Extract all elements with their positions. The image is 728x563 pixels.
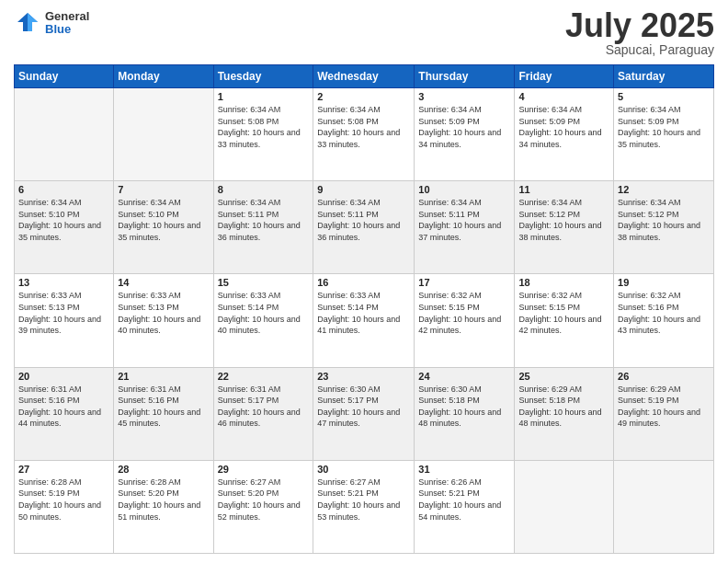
calendar-cell-2-6: 11Sunrise: 6:34 AMSunset: 5:12 PMDayligh… bbox=[515, 181, 614, 274]
calendar-cell-5-4: 30Sunrise: 6:27 AMSunset: 5:21 PMDayligh… bbox=[313, 460, 415, 553]
day-info: Sunrise: 6:26 AMSunset: 5:21 PMDaylight:… bbox=[418, 477, 510, 523]
day-info: Sunrise: 6:32 AMSunset: 5:15 PMDaylight:… bbox=[518, 290, 609, 336]
calendar-cell-5-6 bbox=[515, 460, 614, 553]
calendar-cell-3-4: 16Sunrise: 6:33 AMSunset: 5:14 PMDayligh… bbox=[313, 274, 415, 367]
calendar-cell-4-3: 22Sunrise: 6:31 AMSunset: 5:17 PMDayligh… bbox=[213, 367, 313, 460]
day-number: 12 bbox=[618, 184, 710, 195]
th-sunday: Sunday bbox=[15, 65, 114, 88]
calendar-cell-1-7: 5Sunrise: 6:34 AMSunset: 5:09 PMDaylight… bbox=[614, 88, 714, 181]
day-info: Sunrise: 6:31 AMSunset: 5:16 PMDaylight:… bbox=[118, 384, 209, 430]
location-subtitle: Sapucai, Paraguay bbox=[565, 42, 714, 57]
logo-text: General Blue bbox=[45, 10, 89, 37]
day-number: 30 bbox=[317, 464, 410, 475]
day-info: Sunrise: 6:29 AMSunset: 5:19 PMDaylight:… bbox=[618, 384, 710, 430]
day-info: Sunrise: 6:33 AMSunset: 5:13 PMDaylight:… bbox=[118, 290, 209, 336]
day-number: 21 bbox=[118, 371, 209, 382]
calendar-cell-4-5: 24Sunrise: 6:30 AMSunset: 5:18 PMDayligh… bbox=[415, 367, 515, 460]
day-number: 10 bbox=[418, 184, 510, 195]
day-number: 25 bbox=[518, 371, 609, 382]
calendar-cell-3-1: 13Sunrise: 6:33 AMSunset: 5:13 PMDayligh… bbox=[15, 274, 114, 367]
day-info: Sunrise: 6:27 AMSunset: 5:21 PMDaylight:… bbox=[317, 477, 410, 523]
day-number: 6 bbox=[18, 184, 109, 195]
day-info: Sunrise: 6:34 AMSunset: 5:09 PMDaylight:… bbox=[418, 104, 510, 150]
day-number: 16 bbox=[317, 277, 410, 288]
th-tuesday: Tuesday bbox=[213, 65, 313, 88]
day-number: 27 bbox=[18, 464, 109, 475]
calendar-cell-2-7: 12Sunrise: 6:34 AMSunset: 5:12 PMDayligh… bbox=[614, 181, 714, 274]
day-number: 13 bbox=[18, 277, 109, 288]
day-number: 11 bbox=[518, 184, 609, 195]
day-info: Sunrise: 6:30 AMSunset: 5:18 PMDaylight:… bbox=[418, 384, 510, 430]
th-friday: Friday bbox=[515, 65, 614, 88]
logo-general: General bbox=[45, 10, 89, 23]
day-info: Sunrise: 6:33 AMSunset: 5:14 PMDaylight:… bbox=[218, 290, 310, 336]
calendar-cell-5-5: 31Sunrise: 6:26 AMSunset: 5:21 PMDayligh… bbox=[415, 460, 515, 553]
day-number: 17 bbox=[418, 277, 510, 288]
calendar-week-row-3: 13Sunrise: 6:33 AMSunset: 5:13 PMDayligh… bbox=[15, 274, 714, 367]
day-info: Sunrise: 6:34 AMSunset: 5:11 PMDaylight:… bbox=[418, 197, 510, 243]
th-wednesday: Wednesday bbox=[313, 65, 415, 88]
calendar-cell-2-2: 7Sunrise: 6:34 AMSunset: 5:10 PMDaylight… bbox=[114, 181, 213, 274]
day-number: 7 bbox=[118, 184, 209, 195]
header: General Blue July 2025 Sapucai, Paraguay bbox=[14, 9, 714, 57]
calendar-cell-4-1: 20Sunrise: 6:31 AMSunset: 5:16 PMDayligh… bbox=[15, 367, 114, 460]
calendar-cell-1-5: 3Sunrise: 6:34 AMSunset: 5:09 PMDaylight… bbox=[415, 88, 515, 181]
calendar-week-row-2: 6Sunrise: 6:34 AMSunset: 5:10 PMDaylight… bbox=[15, 181, 714, 274]
main-container: General Blue July 2025 Sapucai, Paraguay… bbox=[0, 0, 728, 563]
day-info: Sunrise: 6:29 AMSunset: 5:18 PMDaylight:… bbox=[518, 384, 609, 430]
day-info: Sunrise: 6:34 AMSunset: 5:11 PMDaylight:… bbox=[218, 197, 310, 243]
day-number: 9 bbox=[317, 184, 410, 195]
calendar-week-row-5: 27Sunrise: 6:28 AMSunset: 5:19 PMDayligh… bbox=[15, 460, 714, 553]
day-info: Sunrise: 6:33 AMSunset: 5:13 PMDaylight:… bbox=[18, 290, 109, 336]
day-number: 29 bbox=[218, 464, 310, 475]
day-number: 23 bbox=[317, 371, 410, 382]
day-number: 31 bbox=[418, 464, 510, 475]
title-block: July 2025 Sapucai, Paraguay bbox=[565, 9, 714, 57]
th-thursday: Thursday bbox=[415, 65, 515, 88]
calendar-cell-2-1: 6Sunrise: 6:34 AMSunset: 5:10 PMDaylight… bbox=[15, 181, 114, 274]
day-number: 3 bbox=[418, 91, 510, 102]
day-number: 22 bbox=[218, 371, 310, 382]
calendar-cell-4-4: 23Sunrise: 6:30 AMSunset: 5:17 PMDayligh… bbox=[313, 367, 415, 460]
calendar-header-row: Sunday Monday Tuesday Wednesday Thursday… bbox=[15, 65, 714, 88]
calendar-cell-3-2: 14Sunrise: 6:33 AMSunset: 5:13 PMDayligh… bbox=[114, 274, 213, 367]
day-number: 19 bbox=[618, 277, 710, 288]
logo-icon bbox=[14, 9, 41, 37]
day-number: 26 bbox=[618, 371, 710, 382]
day-info: Sunrise: 6:34 AMSunset: 5:12 PMDaylight:… bbox=[518, 197, 609, 243]
day-info: Sunrise: 6:34 AMSunset: 5:08 PMDaylight:… bbox=[317, 104, 410, 150]
day-number: 28 bbox=[118, 464, 209, 475]
day-info: Sunrise: 6:32 AMSunset: 5:15 PMDaylight:… bbox=[418, 290, 510, 336]
calendar-table: Sunday Monday Tuesday Wednesday Thursday… bbox=[14, 64, 714, 554]
calendar-cell-5-2: 28Sunrise: 6:28 AMSunset: 5:20 PMDayligh… bbox=[114, 460, 213, 553]
calendar-cell-3-3: 15Sunrise: 6:33 AMSunset: 5:14 PMDayligh… bbox=[213, 274, 313, 367]
calendar-cell-4-7: 26Sunrise: 6:29 AMSunset: 5:19 PMDayligh… bbox=[614, 367, 714, 460]
day-info: Sunrise: 6:34 AMSunset: 5:10 PMDaylight:… bbox=[118, 197, 209, 243]
day-info: Sunrise: 6:31 AMSunset: 5:17 PMDaylight:… bbox=[218, 384, 310, 430]
calendar-cell-2-5: 10Sunrise: 6:34 AMSunset: 5:11 PMDayligh… bbox=[415, 181, 515, 274]
calendar-cell-5-1: 27Sunrise: 6:28 AMSunset: 5:19 PMDayligh… bbox=[15, 460, 114, 553]
logo: General Blue bbox=[14, 9, 89, 37]
day-info: Sunrise: 6:28 AMSunset: 5:20 PMDaylight:… bbox=[118, 477, 209, 523]
calendar-cell-4-2: 21Sunrise: 6:31 AMSunset: 5:16 PMDayligh… bbox=[114, 367, 213, 460]
logo-blue: Blue bbox=[45, 23, 89, 36]
calendar-cell-2-4: 9Sunrise: 6:34 AMSunset: 5:11 PMDaylight… bbox=[313, 181, 415, 274]
day-info: Sunrise: 6:27 AMSunset: 5:20 PMDaylight:… bbox=[218, 477, 310, 523]
day-info: Sunrise: 6:30 AMSunset: 5:17 PMDaylight:… bbox=[317, 384, 410, 430]
calendar-cell-1-3: 1Sunrise: 6:34 AMSunset: 5:08 PMDaylight… bbox=[213, 88, 313, 181]
calendar-week-row-1: 1Sunrise: 6:34 AMSunset: 5:08 PMDaylight… bbox=[15, 88, 714, 181]
day-info: Sunrise: 6:33 AMSunset: 5:14 PMDaylight:… bbox=[317, 290, 410, 336]
day-number: 4 bbox=[518, 91, 609, 102]
day-number: 24 bbox=[418, 371, 510, 382]
calendar-week-row-4: 20Sunrise: 6:31 AMSunset: 5:16 PMDayligh… bbox=[15, 367, 714, 460]
svg-marker-1 bbox=[28, 13, 38, 31]
calendar-cell-2-3: 8Sunrise: 6:34 AMSunset: 5:11 PMDaylight… bbox=[213, 181, 313, 274]
calendar-cell-3-6: 18Sunrise: 6:32 AMSunset: 5:15 PMDayligh… bbox=[515, 274, 614, 367]
calendar-cell-1-6: 4Sunrise: 6:34 AMSunset: 5:09 PMDaylight… bbox=[515, 88, 614, 181]
day-number: 2 bbox=[317, 91, 410, 102]
day-number: 1 bbox=[218, 91, 310, 102]
day-number: 20 bbox=[18, 371, 109, 382]
day-info: Sunrise: 6:34 AMSunset: 5:11 PMDaylight:… bbox=[317, 197, 410, 243]
day-info: Sunrise: 6:28 AMSunset: 5:19 PMDaylight:… bbox=[18, 477, 109, 523]
calendar-cell-3-7: 19Sunrise: 6:32 AMSunset: 5:16 PMDayligh… bbox=[614, 274, 714, 367]
